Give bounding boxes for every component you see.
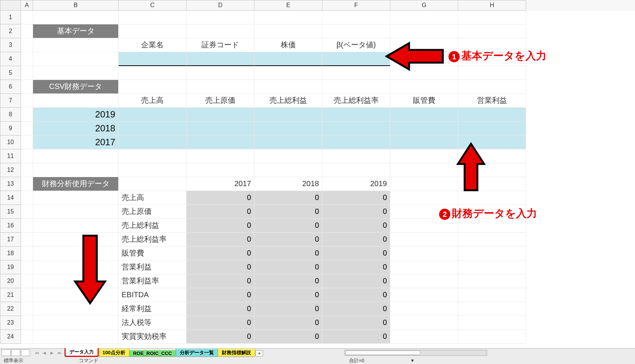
analysis-4-2019[interactable]: 0: [322, 247, 390, 260]
column-header-c[interactable]: C: [119, 0, 187, 11]
label-cogs[interactable]: 売上原価: [187, 94, 254, 108]
cell-f5[interactable]: [322, 66, 390, 80]
section-csv-data[interactable]: CSV財務データ: [33, 80, 119, 94]
cell-e5[interactable]: [254, 66, 322, 80]
label-price[interactable]: 株価: [254, 38, 322, 52]
tab-nav-next-icon[interactable]: ▶: [48, 349, 56, 356]
row-header-8[interactable]: 8: [0, 108, 21, 122]
row-header-17[interactable]: 17: [0, 233, 21, 247]
cell-f11[interactable]: [322, 149, 390, 163]
cell-g21[interactable]: [390, 288, 458, 302]
analysis-label-6[interactable]: 営業利益率: [119, 274, 187, 288]
cell-e8[interactable]: [254, 108, 322, 122]
cell-h21[interactable]: [458, 288, 526, 302]
select-all-corner[interactable]: [0, 0, 21, 11]
cell-a4[interactable]: [21, 52, 33, 66]
analysis-8-2017[interactable]: 0: [187, 302, 254, 316]
cell-h1[interactable]: [458, 11, 526, 24]
row-header-15[interactable]: 15: [0, 205, 21, 219]
cell-d8[interactable]: [187, 108, 254, 122]
row-header-20[interactable]: 20: [0, 274, 21, 288]
cell-g16[interactable]: [390, 219, 458, 233]
cell-g15[interactable]: [390, 205, 458, 219]
analysis-label-4[interactable]: 販管費: [119, 247, 187, 260]
year-2019[interactable]: 2019: [33, 108, 119, 122]
cell-c10[interactable]: [119, 135, 187, 149]
input-code[interactable]: [187, 52, 254, 66]
row-header-4[interactable]: 4: [0, 52, 21, 66]
sheet-tab-roe-roic[interactable]: ROE_ROIC_CCC: [129, 350, 176, 357]
analysis-9-2019[interactable]: 0: [322, 316, 390, 330]
cell-d10[interactable]: [187, 135, 254, 149]
cell-c5[interactable]: [119, 66, 187, 80]
input-beta[interactable]: [322, 52, 390, 66]
analysis-7-2018[interactable]: 0: [254, 288, 322, 302]
analysis-label-7[interactable]: EBITDA: [119, 288, 187, 302]
input-price[interactable]: [254, 52, 322, 66]
cell-g24[interactable]: [390, 330, 458, 344]
cell-a17[interactable]: [21, 233, 33, 247]
cell-h13[interactable]: [458, 177, 526, 191]
analysis-10-2019[interactable]: 0: [322, 330, 390, 344]
view-button-pagebreak[interactable]: [21, 349, 30, 356]
cell-g14[interactable]: [390, 191, 458, 205]
cell-h19[interactable]: [458, 260, 526, 274]
cell-h10[interactable]: [458, 135, 526, 149]
cell-h23[interactable]: [458, 316, 526, 330]
cell-g17[interactable]: [390, 233, 458, 247]
column-header-g[interactable]: G: [390, 0, 458, 11]
analysis-7-2017[interactable]: 0: [187, 288, 254, 302]
cell-a13[interactable]: [21, 177, 33, 191]
cell-h24[interactable]: [458, 330, 526, 344]
cell-e6[interactable]: [254, 80, 322, 94]
row-header-10[interactable]: 10: [0, 135, 21, 149]
row-header-3[interactable]: 3: [0, 38, 21, 52]
cell-b7[interactable]: [33, 94, 119, 108]
cell-d9[interactable]: [187, 122, 254, 135]
cell-c9[interactable]: [119, 122, 187, 135]
year-2018[interactable]: 2018: [33, 122, 119, 135]
cell-h4[interactable]: [458, 52, 526, 66]
cell-f6[interactable]: [322, 80, 390, 94]
cell-d11[interactable]: [187, 149, 254, 163]
row-header-22[interactable]: 22: [0, 302, 21, 316]
cell-g5[interactable]: [390, 66, 458, 80]
row-header-6[interactable]: 6: [0, 80, 21, 94]
sheet-tab-100-analysis[interactable]: 100点分析: [98, 349, 129, 357]
cell-g18[interactable]: [390, 247, 458, 260]
analysis-0-2018[interactable]: 0: [254, 191, 322, 205]
cell-b5[interactable]: [33, 66, 119, 80]
cell-g4[interactable]: [390, 52, 458, 66]
sheet-tab-analysis-list[interactable]: 分析データ一覧: [176, 349, 218, 357]
cell-a19[interactable]: [21, 260, 33, 274]
cell-d5[interactable]: [187, 66, 254, 80]
analysis-year-2017[interactable]: 2017: [187, 177, 254, 191]
analysis-label-3[interactable]: 売上総利益率: [119, 233, 187, 247]
cell-a8[interactable]: [21, 108, 33, 122]
row-header-19[interactable]: 19: [0, 260, 21, 274]
analysis-0-2019[interactable]: 0: [322, 191, 390, 205]
input-company[interactable]: [119, 52, 187, 66]
cell-h6[interactable]: [458, 80, 526, 94]
cell-c13[interactable]: [119, 177, 187, 191]
analysis-2-2018[interactable]: 0: [254, 219, 322, 233]
analysis-0-2017[interactable]: 0: [187, 191, 254, 205]
cell-h8[interactable]: [458, 108, 526, 122]
analysis-4-2018[interactable]: 0: [254, 247, 322, 260]
cell-b4[interactable]: [33, 52, 119, 66]
analysis-6-2019[interactable]: 0: [322, 274, 390, 288]
cell-d2[interactable]: [187, 24, 254, 38]
cell-a10[interactable]: [21, 135, 33, 149]
analysis-label-1[interactable]: 売上原価: [119, 205, 187, 219]
analysis-label-10[interactable]: 実質実効税率: [119, 330, 187, 344]
cell-b15[interactable]: [33, 205, 119, 219]
cell-b11[interactable]: [33, 149, 119, 163]
cell-g19[interactable]: [390, 260, 458, 274]
cell-g8[interactable]: [390, 108, 458, 122]
year-2017[interactable]: 2017: [33, 135, 119, 149]
cell-c12[interactable]: [119, 163, 187, 177]
cell-e11[interactable]: [254, 149, 322, 163]
analysis-10-2017[interactable]: 0: [187, 330, 254, 344]
cell-d1[interactable]: [187, 11, 254, 24]
cell-a2[interactable]: [21, 24, 33, 38]
